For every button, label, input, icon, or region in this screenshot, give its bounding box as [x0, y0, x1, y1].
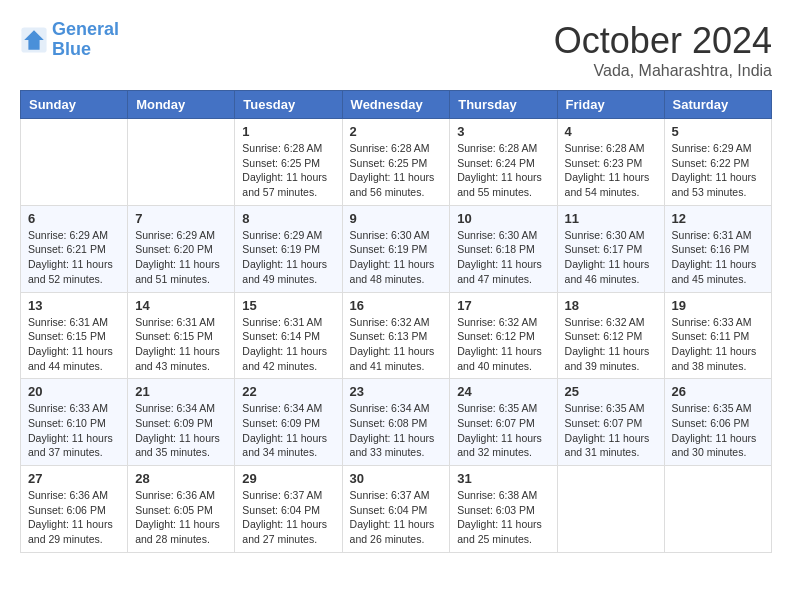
calendar-cell: 18Sunrise: 6:32 AMSunset: 6:12 PMDayligh… [557, 292, 664, 379]
day-number: 27 [28, 471, 120, 486]
day-number: 23 [350, 384, 443, 399]
day-info: Sunrise: 6:29 AMSunset: 6:20 PMDaylight:… [135, 228, 227, 287]
day-number: 16 [350, 298, 443, 313]
weekday-header: Saturday [664, 91, 771, 119]
logo-text: General Blue [52, 20, 119, 60]
day-number: 19 [672, 298, 764, 313]
calendar-cell: 16Sunrise: 6:32 AMSunset: 6:13 PMDayligh… [342, 292, 450, 379]
day-info: Sunrise: 6:34 AMSunset: 6:09 PMDaylight:… [135, 401, 227, 460]
calendar-cell [664, 466, 771, 553]
calendar-cell: 17Sunrise: 6:32 AMSunset: 6:12 PMDayligh… [450, 292, 557, 379]
calendar-cell: 30Sunrise: 6:37 AMSunset: 6:04 PMDayligh… [342, 466, 450, 553]
calendar-cell: 25Sunrise: 6:35 AMSunset: 6:07 PMDayligh… [557, 379, 664, 466]
day-number: 6 [28, 211, 120, 226]
day-info: Sunrise: 6:30 AMSunset: 6:17 PMDaylight:… [565, 228, 657, 287]
day-info: Sunrise: 6:34 AMSunset: 6:08 PMDaylight:… [350, 401, 443, 460]
calendar-cell: 27Sunrise: 6:36 AMSunset: 6:06 PMDayligh… [21, 466, 128, 553]
calendar-cell [21, 119, 128, 206]
logo-line1: General [52, 19, 119, 39]
day-number: 24 [457, 384, 549, 399]
day-info: Sunrise: 6:29 AMSunset: 6:22 PMDaylight:… [672, 141, 764, 200]
day-info: Sunrise: 6:38 AMSunset: 6:03 PMDaylight:… [457, 488, 549, 547]
calendar-cell: 21Sunrise: 6:34 AMSunset: 6:09 PMDayligh… [128, 379, 235, 466]
day-number: 5 [672, 124, 764, 139]
day-number: 30 [350, 471, 443, 486]
day-info: Sunrise: 6:31 AMSunset: 6:15 PMDaylight:… [135, 315, 227, 374]
calendar-cell: 9Sunrise: 6:30 AMSunset: 6:19 PMDaylight… [342, 205, 450, 292]
day-number: 9 [350, 211, 443, 226]
weekday-header: Monday [128, 91, 235, 119]
calendar-cell: 31Sunrise: 6:38 AMSunset: 6:03 PMDayligh… [450, 466, 557, 553]
day-info: Sunrise: 6:28 AMSunset: 6:25 PMDaylight:… [350, 141, 443, 200]
day-number: 11 [565, 211, 657, 226]
month-title: October 2024 [554, 20, 772, 62]
day-info: Sunrise: 6:30 AMSunset: 6:19 PMDaylight:… [350, 228, 443, 287]
day-info: Sunrise: 6:29 AMSunset: 6:21 PMDaylight:… [28, 228, 120, 287]
day-number: 1 [242, 124, 334, 139]
day-info: Sunrise: 6:32 AMSunset: 6:12 PMDaylight:… [457, 315, 549, 374]
calendar-cell [128, 119, 235, 206]
calendar-cell: 20Sunrise: 6:33 AMSunset: 6:10 PMDayligh… [21, 379, 128, 466]
calendar-cell: 24Sunrise: 6:35 AMSunset: 6:07 PMDayligh… [450, 379, 557, 466]
day-number: 18 [565, 298, 657, 313]
location: Vada, Maharashtra, India [554, 62, 772, 80]
calendar-week-row: 20Sunrise: 6:33 AMSunset: 6:10 PMDayligh… [21, 379, 772, 466]
calendar-cell [557, 466, 664, 553]
day-info: Sunrise: 6:33 AMSunset: 6:10 PMDaylight:… [28, 401, 120, 460]
calendar-cell: 15Sunrise: 6:31 AMSunset: 6:14 PMDayligh… [235, 292, 342, 379]
calendar-cell: 7Sunrise: 6:29 AMSunset: 6:20 PMDaylight… [128, 205, 235, 292]
weekday-header: Sunday [21, 91, 128, 119]
day-number: 22 [242, 384, 334, 399]
calendar-cell: 19Sunrise: 6:33 AMSunset: 6:11 PMDayligh… [664, 292, 771, 379]
calendar-week-row: 27Sunrise: 6:36 AMSunset: 6:06 PMDayligh… [21, 466, 772, 553]
calendar-cell: 11Sunrise: 6:30 AMSunset: 6:17 PMDayligh… [557, 205, 664, 292]
calendar-cell: 22Sunrise: 6:34 AMSunset: 6:09 PMDayligh… [235, 379, 342, 466]
day-number: 20 [28, 384, 120, 399]
day-info: Sunrise: 6:32 AMSunset: 6:13 PMDaylight:… [350, 315, 443, 374]
calendar-cell: 3Sunrise: 6:28 AMSunset: 6:24 PMDaylight… [450, 119, 557, 206]
calendar-cell: 2Sunrise: 6:28 AMSunset: 6:25 PMDaylight… [342, 119, 450, 206]
day-info: Sunrise: 6:31 AMSunset: 6:14 PMDaylight:… [242, 315, 334, 374]
calendar-cell: 8Sunrise: 6:29 AMSunset: 6:19 PMDaylight… [235, 205, 342, 292]
day-number: 25 [565, 384, 657, 399]
calendar-week-row: 6Sunrise: 6:29 AMSunset: 6:21 PMDaylight… [21, 205, 772, 292]
day-info: Sunrise: 6:31 AMSunset: 6:16 PMDaylight:… [672, 228, 764, 287]
calendar-cell: 13Sunrise: 6:31 AMSunset: 6:15 PMDayligh… [21, 292, 128, 379]
day-number: 4 [565, 124, 657, 139]
calendar-cell: 12Sunrise: 6:31 AMSunset: 6:16 PMDayligh… [664, 205, 771, 292]
weekday-header: Tuesday [235, 91, 342, 119]
day-number: 8 [242, 211, 334, 226]
calendar-cell: 26Sunrise: 6:35 AMSunset: 6:06 PMDayligh… [664, 379, 771, 466]
weekday-header: Thursday [450, 91, 557, 119]
logo-icon [20, 26, 48, 54]
day-info: Sunrise: 6:35 AMSunset: 6:06 PMDaylight:… [672, 401, 764, 460]
calendar-cell: 14Sunrise: 6:31 AMSunset: 6:15 PMDayligh… [128, 292, 235, 379]
calendar-cell: 29Sunrise: 6:37 AMSunset: 6:04 PMDayligh… [235, 466, 342, 553]
calendar-cell: 28Sunrise: 6:36 AMSunset: 6:05 PMDayligh… [128, 466, 235, 553]
day-info: Sunrise: 6:35 AMSunset: 6:07 PMDaylight:… [457, 401, 549, 460]
day-info: Sunrise: 6:37 AMSunset: 6:04 PMDaylight:… [242, 488, 334, 547]
day-number: 14 [135, 298, 227, 313]
day-info: Sunrise: 6:34 AMSunset: 6:09 PMDaylight:… [242, 401, 334, 460]
weekday-header-row: SundayMondayTuesdayWednesdayThursdayFrid… [21, 91, 772, 119]
day-info: Sunrise: 6:33 AMSunset: 6:11 PMDaylight:… [672, 315, 764, 374]
calendar-cell: 23Sunrise: 6:34 AMSunset: 6:08 PMDayligh… [342, 379, 450, 466]
day-number: 17 [457, 298, 549, 313]
day-info: Sunrise: 6:29 AMSunset: 6:19 PMDaylight:… [242, 228, 334, 287]
day-info: Sunrise: 6:32 AMSunset: 6:12 PMDaylight:… [565, 315, 657, 374]
day-info: Sunrise: 6:28 AMSunset: 6:23 PMDaylight:… [565, 141, 657, 200]
day-info: Sunrise: 6:28 AMSunset: 6:25 PMDaylight:… [242, 141, 334, 200]
day-info: Sunrise: 6:36 AMSunset: 6:06 PMDaylight:… [28, 488, 120, 547]
day-info: Sunrise: 6:36 AMSunset: 6:05 PMDaylight:… [135, 488, 227, 547]
day-info: Sunrise: 6:37 AMSunset: 6:04 PMDaylight:… [350, 488, 443, 547]
day-number: 2 [350, 124, 443, 139]
day-number: 26 [672, 384, 764, 399]
day-info: Sunrise: 6:30 AMSunset: 6:18 PMDaylight:… [457, 228, 549, 287]
day-number: 21 [135, 384, 227, 399]
calendar-table: SundayMondayTuesdayWednesdayThursdayFrid… [20, 90, 772, 553]
day-number: 3 [457, 124, 549, 139]
weekday-header: Friday [557, 91, 664, 119]
day-number: 12 [672, 211, 764, 226]
day-info: Sunrise: 6:31 AMSunset: 6:15 PMDaylight:… [28, 315, 120, 374]
day-number: 29 [242, 471, 334, 486]
